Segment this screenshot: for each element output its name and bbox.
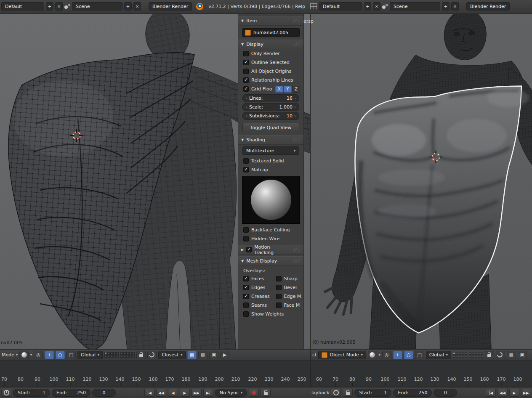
- mode-dropdown-partial[interactable]: Mode: [2, 352, 14, 358]
- manipulator-rotate-button[interactable]: ○: [404, 351, 413, 359]
- axis-x-toggle[interactable]: X: [275, 86, 283, 93]
- checkbox-bevel[interactable]: Bevel: [271, 283, 304, 292]
- jump-to-start-button[interactable]: |◀: [486, 389, 496, 397]
- render-engine-selector[interactable]: Blender Render: [149, 2, 192, 11]
- opengl-render-button[interactable]: ▣: [518, 351, 527, 359]
- play-button[interactable]: ▶: [509, 389, 519, 397]
- close-layout-button[interactable]: ✕: [373, 2, 380, 11]
- window-grid-icon[interactable]: [310, 3, 317, 9]
- current-frame-field[interactable]: 0: [434, 389, 457, 397]
- toggle-quad-view-button[interactable]: Toggle Quad View: [242, 123, 299, 132]
- keying-set-button[interactable]: [343, 389, 353, 397]
- checkbox-edges[interactable]: Edges: [238, 283, 271, 292]
- checkbox-only-render[interactable]: Only Render: [238, 49, 303, 58]
- mode-dropdown[interactable]: Object Mode ▾: [318, 351, 366, 359]
- subdivisions-field[interactable]: ‹ Subdivisions: 10 ›: [242, 112, 299, 120]
- snap-peel-button[interactable]: ▦: [198, 351, 207, 359]
- sync-dropdown[interactable]: No Sync ▾: [215, 389, 247, 397]
- prev-keyframe-button[interactable]: ◀◀: [497, 389, 508, 397]
- checkbox-show-weights[interactable]: Show Weights: [238, 310, 303, 318]
- opengl-render-button[interactable]: ▣: [209, 351, 218, 359]
- scene-selector[interactable]: Scene: [72, 2, 122, 11]
- scene-selector[interactable]: Scene: [390, 2, 440, 11]
- viewport-shading-dropdown[interactable]: [19, 351, 29, 359]
- checkbox-backface-culling[interactable]: Backface Culling: [238, 226, 303, 234]
- stepper-right-icon[interactable]: ›: [294, 114, 296, 118]
- keying-set-button[interactable]: [261, 389, 271, 397]
- checkbox-textured-solid[interactable]: Textured Solid: [238, 157, 303, 165]
- stepper-right-icon[interactable]: ›: [294, 105, 296, 109]
- record-button[interactable]: [249, 389, 259, 397]
- add-layout-button[interactable]: +: [46, 2, 53, 11]
- pivot-center-dropdown[interactable]: ◎: [382, 351, 391, 359]
- right-3d-viewport[interactable]: [310, 13, 532, 349]
- checkbox-relationship-lines[interactable]: Relationship Lines: [238, 76, 303, 85]
- checkbox-all-object-origins[interactable]: All Object Origins: [238, 67, 303, 76]
- transform-orientation-dropdown[interactable]: Global ▾: [426, 351, 451, 359]
- manipulator-translate-button[interactable]: +: [45, 351, 54, 359]
- snap-element-button[interactable]: ▦: [507, 351, 516, 359]
- panel-header-motion-tracking[interactable]: ▶ Motion Tracking: [238, 245, 303, 255]
- start-frame-field[interactable]: Start: 1: [354, 389, 391, 397]
- snap-toggle-button[interactable]: [147, 351, 157, 359]
- stepper-left-icon[interactable]: ‹: [246, 96, 247, 101]
- panel-grip[interactable]: [293, 19, 301, 23]
- manipulator-rotate-button[interactable]: ○: [56, 351, 65, 359]
- checkbox-edge-marks[interactable]: Edge M: [271, 292, 304, 301]
- panel-header-mesh-display[interactable]: ▼ Mesh Display: [238, 256, 303, 266]
- checkbox-grid-floor[interactable]: Grid Floo X Y Z: [238, 85, 303, 93]
- checkbox-matcap[interactable]: Matcap: [238, 165, 303, 174]
- end-frame-field[interactable]: End: 250: [52, 389, 90, 397]
- axis-y-toggle[interactable]: Y: [284, 86, 292, 93]
- object-name-field[interactable]: humanv02.005: [242, 28, 300, 37]
- timeline-ruler-right[interactable]: 60 70 80 90 100 110 120 130 140 150 160 …: [310, 361, 532, 387]
- checkbox-creases[interactable]: Creases: [238, 292, 271, 301]
- panel-grip[interactable]: [293, 42, 301, 46]
- manipulator-translate-button[interactable]: +: [393, 351, 402, 359]
- jump-to-end-button[interactable]: ▶|: [203, 389, 213, 397]
- stepper-right-icon[interactable]: ›: [294, 96, 296, 101]
- render-engine-selector[interactable]: Blender Render: [466, 2, 510, 11]
- checkbox-seams[interactable]: Seams: [238, 301, 271, 310]
- current-frame-field[interactable]: 0: [92, 389, 116, 397]
- manipulator-scale-button[interactable]: □: [66, 351, 76, 359]
- panel-grip[interactable]: [293, 248, 301, 252]
- object-menu-partial[interactable]: ct: [312, 352, 317, 358]
- checkbox-sharp[interactable]: Sharp: [271, 274, 304, 283]
- scale-field[interactable]: ‹ Scale: 1.000 ›: [242, 103, 299, 111]
- panel-header-item[interactable]: ▼ Item: [238, 16, 303, 26]
- viewport-shading-dropdown[interactable]: [368, 351, 377, 359]
- add-scene-button[interactable]: +: [124, 2, 132, 11]
- jump-to-start-button[interactable]: |◀: [144, 389, 154, 397]
- lock-to-scene-button[interactable]: [485, 351, 494, 359]
- stepper-left-icon[interactable]: ‹: [246, 105, 247, 109]
- screen-layout-selector[interactable]: Default: [1, 2, 44, 11]
- transform-orientation-dropdown[interactable]: Global ▾: [77, 351, 103, 359]
- pivot-center-dropdown[interactable]: ◎: [34, 351, 43, 359]
- start-frame-field[interactable]: Start: 1: [13, 389, 50, 397]
- checkbox-box[interactable]: [246, 247, 252, 252]
- checkbox-hidden-wire[interactable]: Hidden Wire: [238, 234, 303, 243]
- close-scene-button[interactable]: ✕: [133, 2, 141, 11]
- snap-target-dropdown[interactable]: Closest ▾: [158, 351, 186, 359]
- next-keyframe-button[interactable]: ▶▶: [521, 389, 531, 397]
- checkbox-faces[interactable]: Faces: [238, 274, 271, 283]
- add-scene-button[interactable]: +: [442, 2, 450, 11]
- shading-mode-dropdown[interactable]: Multitexture ▾: [242, 146, 299, 155]
- end-frame-field[interactable]: End: 250: [393, 389, 432, 397]
- playback-menu-partial[interactable]: layback: [311, 390, 329, 395]
- checkbox-outline-selected[interactable]: Outline Selected: [238, 58, 303, 67]
- play-button[interactable]: ▶: [180, 389, 190, 397]
- editor-type-button[interactable]: [1, 389, 11, 397]
- opengl-render-anim-button[interactable]: ▶: [220, 351, 229, 359]
- snap-element-button[interactable]: ▦: [187, 351, 197, 359]
- panel-header-shading[interactable]: ▼ Shading: [238, 135, 303, 145]
- close-scene-button[interactable]: ✕: [451, 2, 459, 11]
- checkbox-face-marks[interactable]: Face M: [271, 301, 304, 310]
- layers-widget[interactable]: [453, 352, 483, 358]
- axis-z-toggle[interactable]: Z: [292, 86, 300, 93]
- play-reverse-button[interactable]: ◀: [168, 389, 178, 397]
- lines-field[interactable]: ‹ Lines: 16 ›: [242, 94, 299, 102]
- panel-header-display[interactable]: ▼ Display: [238, 40, 303, 49]
- layers-widget[interactable]: [104, 352, 135, 358]
